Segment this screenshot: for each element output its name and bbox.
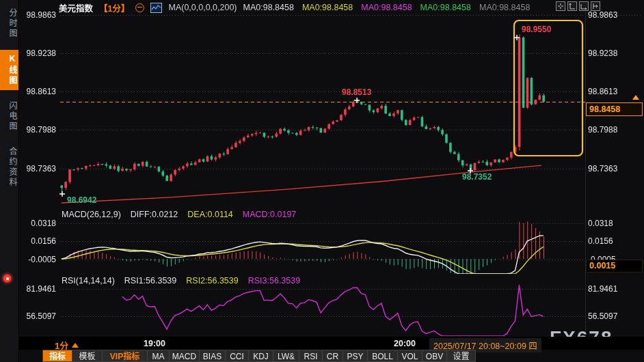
toolbar-button-RSI[interactable]: RSI	[299, 350, 323, 362]
toolbar-button-CR[interactable]: CR	[323, 350, 343, 362]
macd-header: MACD(26,12,9) DIFF:0.0212 DEA:0.0114 MAC…	[62, 210, 296, 219]
triangle-up-icon	[72, 343, 79, 348]
toolbar-button-指标[interactable]: 指标	[42, 350, 72, 362]
axis-label: 98.8613	[27, 87, 56, 96]
axis-label: 98.9238	[27, 48, 56, 58]
rsi2-value: RSI2:56.3539	[186, 276, 238, 286]
toolbar-button-BIAS[interactable]: BIAS	[200, 350, 226, 362]
axis-label: 98.7988	[27, 125, 56, 135]
ma-values: MA0:98.8458MA0:98.8458MA0:98.8458MA0:98.…	[243, 3, 531, 12]
ma-value-2: MA0:98.8458	[361, 3, 412, 12]
minus-circle-icon[interactable]	[135, 3, 144, 12]
toolbar-button-KDJ[interactable]: KDJ	[249, 350, 273, 362]
axis-label: 56.5097	[27, 311, 56, 321]
macd-bar-value: MACD:0.0197	[243, 210, 297, 219]
price-alert-icon[interactable]	[632, 95, 639, 100]
axis-label: 56.5097	[588, 311, 617, 321]
axis-label: 81.9461	[27, 284, 56, 294]
sidebar-item-合约资料[interactable]: 合约资料	[0, 143, 18, 192]
toolbar-button-设置[interactable]: 设置	[447, 350, 476, 362]
price-annotation: 98.6942	[67, 195, 96, 205]
axis-label: 0.0156	[31, 236, 56, 246]
toolbar-button-MACD[interactable]: MACD	[170, 350, 200, 362]
axis-label: -0.0005	[28, 255, 56, 264]
price-annotation: 98.7352	[462, 172, 492, 182]
macd-current-box: 0.0015	[586, 260, 643, 273]
axis-label: 98.9238	[588, 48, 617, 58]
crosshair-icon[interactable]	[556, 1, 565, 11]
axis-label: 81.9461	[588, 284, 617, 294]
axis-label: 98.9863	[27, 10, 56, 20]
period-label[interactable]: 【1分】	[99, 1, 129, 14]
price-annotation: 98.8513	[342, 87, 371, 97]
toolbar-button-BOLL[interactable]: BOLL	[368, 350, 398, 362]
chart-style-icon[interactable]	[150, 3, 162, 13]
axis-label: 98.9863	[588, 10, 617, 20]
toolbar-button-VIP指标[interactable]: VIP指标	[103, 350, 148, 362]
rsi-name: RSI(14,14,14)	[62, 276, 115, 286]
axis-label: 0.0156	[588, 236, 613, 246]
sidebar-item-K线图[interactable]: K线图	[0, 50, 18, 90]
chart-canvas[interactable]	[0, 0, 644, 362]
ma-value-3: MA0:98.8458	[420, 3, 471, 12]
macd-name: MACD(26,12,9)	[62, 210, 121, 219]
ma-value-1: MA0:98.8458	[302, 3, 353, 12]
chart-header: 美元指数 【1分】 MA(0,0,0,0,0,200) MA0:98.8458M…	[59, 2, 530, 13]
axis-label: 98.8613	[588, 87, 617, 96]
toolbar-button-MA[interactable]: MA	[148, 350, 170, 362]
macd-diff-value: DIFF:0.0212	[131, 210, 178, 219]
rsi3-value: RSI3:56.3539	[248, 276, 300, 286]
axis-label: 98.7363	[588, 164, 617, 173]
axis-label: 0.0318	[588, 219, 613, 228]
toolbar-button-OBV[interactable]: OBV	[422, 350, 447, 362]
alarm-icon[interactable]	[3, 275, 11, 282]
indicator-toolbar: 指标模板VIP指标MAMACDBIASCCIKDJLW&RSICRPSYBOLL…	[42, 350, 476, 362]
toolbar-button-LW&[interactable]: LW&	[273, 350, 299, 362]
axis-label: 98.7988	[588, 125, 617, 135]
time-label: 19:00	[144, 339, 165, 348]
toolbar-button-VOL[interactable]: VOL	[398, 350, 422, 362]
axis-label: 0.0318	[31, 219, 56, 228]
shift-chart-icon[interactable]	[591, 1, 600, 11]
symbol-title: 美元指数	[59, 1, 93, 14]
rsi-header: RSI(14,14,14) RSI1:56.3539 RSI2:56.3539 …	[62, 276, 300, 286]
footer-strip	[19, 337, 644, 350]
left-sidebar: 分时图K线图闪电图合约资料	[0, 0, 19, 362]
toolbar-button-CCI[interactable]: CCI	[226, 350, 249, 362]
ma-value-0: MA0:98.8458	[243, 3, 294, 12]
time-axis-icon[interactable]	[579, 1, 589, 11]
toolbar-button-PSY[interactable]: PSY	[343, 350, 368, 362]
rsi1-value: RSI1:56.3539	[124, 276, 176, 286]
axis-label: 98.7363	[27, 164, 56, 173]
price-axis-icon[interactable]	[567, 1, 577, 11]
ma-formula: MA(0,0,0,0,0,200)	[168, 3, 237, 12]
price-annotation: 98.9550	[522, 25, 551, 34]
current-price-box: 98.8458	[586, 102, 643, 116]
time-label: 20:00	[394, 339, 416, 348]
chart-tool-icons	[556, 1, 600, 11]
sidebar-item-闪电图[interactable]: 闪电图	[0, 97, 18, 136]
ma-value-4: MA0:98.8458	[479, 3, 530, 12]
trading-app-window: 分时图K线图闪电图合约资料 美元指数 【1分】 MA(0,0,0,0,0,200…	[0, 0, 644, 362]
toolbar-button-模板[interactable]: 模板	[72, 350, 103, 362]
sidebar-item-分时图[interactable]: 分时图	[0, 4, 18, 43]
macd-dea-value: DEA:0.0114	[187, 210, 232, 219]
